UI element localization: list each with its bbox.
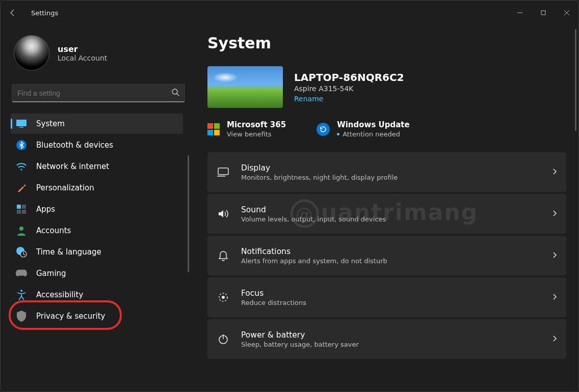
sidebar-scrollbar[interactable] (188, 155, 189, 272)
sidebar-item-system[interactable]: System (11, 114, 183, 134)
svg-rect-11 (22, 205, 26, 209)
svg-point-18 (20, 290, 22, 292)
chevron-right-icon (552, 293, 557, 302)
sidebar-item-accounts[interactable]: Accounts (11, 220, 183, 241)
search-box[interactable] (12, 84, 185, 102)
svg-rect-7 (19, 127, 23, 128)
person-icon (16, 225, 27, 236)
back-button[interactable] (5, 5, 21, 21)
app-title: Settings (31, 9, 58, 17)
svg-rect-1 (541, 11, 545, 15)
settings-cards: Display Monitors, brightness, night ligh… (207, 152, 566, 359)
page-title: System (207, 34, 566, 52)
sidebar-item-label: Accounts (36, 226, 71, 235)
titlebar: Settings (1, 1, 578, 25)
display-icon (217, 165, 230, 179)
sidebar-item-privacy[interactable]: Privacy & security (11, 306, 183, 326)
card-sub: Alerts from apps and system, do not dist… (241, 257, 541, 265)
window-controls (508, 5, 578, 21)
main-scrollbar[interactable] (575, 29, 576, 131)
minimize-button[interactable] (508, 5, 532, 21)
sidebar-item-bluetooth[interactable]: Bluetooth & devices (11, 135, 183, 155)
device-block: LAPTOP-86NQR6C2 Aspire A315-54K Rename (207, 66, 566, 108)
svg-rect-13 (22, 210, 26, 214)
sidebar: user Local Account System Bluetooth & de… (1, 25, 190, 391)
sidebar-item-apps[interactable]: Apps (11, 199, 183, 219)
sidebar-item-label: System (36, 119, 65, 128)
card-title: Power & battery (241, 330, 541, 340)
card-title: Sound (241, 205, 541, 214)
focus-icon (217, 291, 230, 304)
sidebar-item-label: Personalization (36, 183, 94, 192)
rename-link[interactable]: Rename (294, 95, 323, 103)
svg-point-4 (172, 89, 177, 94)
card-title: Focus (241, 289, 541, 298)
windows-update-block[interactable]: Windows Update Attention needed (317, 120, 410, 138)
search-input[interactable] (17, 89, 155, 97)
card-notifications[interactable]: Notifications Alerts from apps and syste… (207, 236, 566, 275)
wupdate-title: Windows Update (337, 120, 410, 129)
sidebar-item-network[interactable]: Network & internet (11, 156, 183, 177)
svg-rect-12 (17, 210, 21, 214)
svg-rect-10 (17, 205, 21, 209)
device-thumbnail[interactable] (207, 66, 283, 108)
chevron-right-icon (552, 168, 557, 177)
status-bullet-icon (337, 133, 339, 135)
clock-globe-icon (16, 246, 27, 258)
close-button[interactable] (555, 5, 578, 21)
sidebar-item-personalization[interactable]: Personalization (11, 178, 183, 198)
sidebar-item-label: Network & internet (36, 162, 109, 171)
card-power[interactable]: Power & battery Sleep, battery usage, ba… (207, 319, 566, 359)
svg-point-22 (222, 296, 225, 299)
nav-list: System Bluetooth & devices Network & int… (11, 114, 186, 326)
ms365-title: Microsoft 365 (227, 120, 286, 129)
microsoft-logo-icon (207, 123, 220, 135)
accessibility-icon (16, 289, 27, 300)
sidebar-item-gaming[interactable]: Gaming (11, 263, 183, 284)
bluetooth-icon (16, 139, 27, 151)
sidebar-item-label: Privacy & security (36, 312, 105, 321)
account-type: Local Account (58, 54, 107, 62)
chevron-right-icon (552, 251, 557, 260)
chevron-right-icon (552, 335, 557, 344)
card-sub: Reduce distractions (241, 299, 541, 306)
wifi-icon (16, 161, 27, 172)
sidebar-item-label: Bluetooth & devices (36, 141, 113, 150)
user-name: user (58, 44, 107, 54)
card-title: Notifications (241, 247, 541, 256)
maximize-button[interactable] (532, 5, 555, 21)
sidebar-item-label: Time & language (36, 247, 101, 257)
system-icon (16, 118, 27, 129)
sidebar-item-label: Gaming (36, 269, 66, 278)
svg-point-14 (19, 227, 23, 231)
gamepad-icon (16, 268, 27, 279)
windows-update-icon (317, 123, 330, 136)
bell-icon (217, 249, 230, 262)
card-focus[interactable]: Focus Reduce distractions (207, 277, 566, 317)
main-content: System LAPTOP-86NQR6C2 Aspire A315-54K R… (190, 25, 578, 391)
microsoft-365-block[interactable]: Microsoft 365 View benefits (207, 120, 286, 138)
shield-icon (16, 311, 27, 322)
sidebar-item-label: Accessibility (36, 290, 83, 299)
svg-rect-19 (218, 168, 228, 175)
search-icon (171, 88, 179, 98)
svg-line-5 (177, 94, 179, 96)
sidebar-item-accessibility[interactable]: Accessibility (11, 285, 183, 305)
device-model: Aspire A315-54K (294, 85, 404, 93)
wupdate-sub: Attention needed (343, 130, 400, 138)
apps-icon (16, 204, 27, 215)
brush-icon (16, 182, 27, 193)
sound-icon (217, 207, 230, 220)
avatar (14, 35, 49, 71)
profile-block[interactable]: user Local Account (14, 35, 186, 71)
ms365-sub: View benefits (227, 130, 286, 138)
sidebar-item-time-language[interactable]: Time & language (11, 242, 183, 262)
chevron-right-icon (552, 210, 557, 218)
card-title: Display (241, 163, 541, 173)
card-sound[interactable]: Sound Volume levels, output, input, soun… (207, 194, 566, 234)
card-sub: Sleep, battery usage, battery saver (241, 341, 541, 348)
card-sub: Monitors, brightness, night light, displ… (241, 174, 541, 181)
svg-point-9 (21, 169, 22, 171)
card-display[interactable]: Display Monitors, brightness, night ligh… (207, 152, 566, 192)
sidebar-item-label: Apps (36, 205, 55, 214)
